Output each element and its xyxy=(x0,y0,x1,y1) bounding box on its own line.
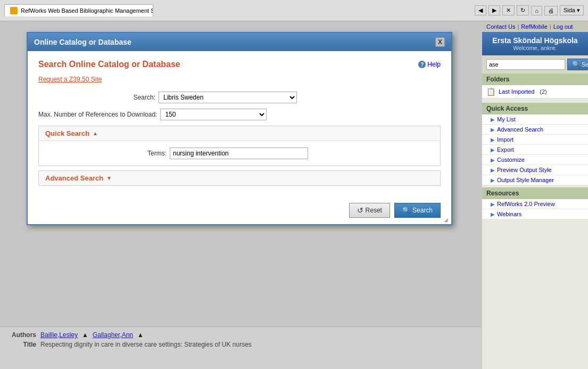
qa-output-style-manager[interactable]: ▶ Output Style Manager xyxy=(482,175,588,185)
browser-stop[interactable]: ✕ xyxy=(502,5,515,15)
terms-row: Terms: xyxy=(49,147,429,159)
quick-search-title: Quick Search xyxy=(45,129,89,137)
browser-print[interactable]: 🖨 xyxy=(544,6,558,15)
sidebar-search-input[interactable] xyxy=(486,59,565,70)
qa-arrow-1: ▶ xyxy=(491,117,495,122)
folders-label: Folders xyxy=(482,73,588,85)
qa-arrow-5: ▶ xyxy=(491,157,495,163)
search-source-row: Search: Libris Sweden PubMed Library of … xyxy=(38,92,441,103)
qa-link-preview-output[interactable]: Preview Output Style xyxy=(497,167,552,173)
qa-link-output-style-manager[interactable]: Output Style Manager xyxy=(497,177,554,183)
request-z3950-link[interactable]: Request a Z39.50 Site xyxy=(38,76,102,83)
qa-customize[interactable]: ▶ Customize xyxy=(482,155,588,165)
qa-export[interactable]: ▶ Export xyxy=(482,145,588,155)
resources-label: Resources xyxy=(482,187,588,199)
terms-label: Terms: xyxy=(49,150,167,157)
content-area: Authors Baillie,Lesley ▲ Gallagher,Ann ▲… xyxy=(0,21,482,369)
nav-contact-us[interactable]: Contact Us xyxy=(486,23,515,30)
help-link[interactable]: ? Help xyxy=(418,61,441,68)
advanced-search-header[interactable]: Advanced Search ▼ xyxy=(39,171,440,185)
res-webinars[interactable]: ▶ Webinars xyxy=(482,209,588,219)
quick-search-body: Terms: xyxy=(39,141,440,166)
qa-arrow-2: ▶ xyxy=(491,127,495,133)
qa-link-export[interactable]: Export xyxy=(497,146,514,153)
browser-tab[interactable]: RefWorks Web Based Bibliographic Managem… xyxy=(4,4,153,17)
qa-my-list[interactable]: ▶ My List xyxy=(482,114,588,125)
modal-header-row: Search Online Catalog or Database ? Help xyxy=(38,60,441,69)
help-link-text: Help xyxy=(427,61,441,68)
res-refworks-preview[interactable]: ▶ RefWorks 2.0 Preview xyxy=(482,199,588,209)
browser-refresh[interactable]: ↻ xyxy=(517,5,529,15)
modal-close-button[interactable]: X xyxy=(435,37,445,47)
browser-sida[interactable]: Sida ▾ xyxy=(560,5,584,15)
tab-title: RefWorks Web Based Bibliographic Managem… xyxy=(21,7,153,14)
browser-back[interactable]: ◀ xyxy=(475,5,486,15)
nav-logout[interactable]: Log out xyxy=(553,23,573,30)
nav-sep-1: | xyxy=(517,23,519,30)
modal-title: Online Catalog or Database xyxy=(34,38,131,46)
qa-link-my-list[interactable]: My List xyxy=(497,116,516,122)
res-link-refworks-preview[interactable]: RefWorks 2.0 Preview xyxy=(497,201,555,207)
search-button[interactable]: 🔍 Search xyxy=(394,203,441,218)
search-icon: 🔍 xyxy=(402,207,410,214)
folder-name: Last Imported xyxy=(499,88,534,95)
sidebar: Contact Us | RefMobile | Log out Ersta S… xyxy=(482,21,588,369)
sidebar-header: Ersta Sköndal Högskola Welcome, ankre. xyxy=(482,32,588,55)
reset-label: Reset xyxy=(366,207,382,214)
sidebar-search-label: Search xyxy=(582,61,588,68)
tab-favicon xyxy=(10,7,18,14)
org-name: Ersta Sköndal Högskola xyxy=(487,36,583,45)
qa-preview-output[interactable]: ▶ Preview Output Style xyxy=(482,165,588,175)
nav-refmobile[interactable]: RefMobile xyxy=(521,23,548,30)
quick-search-section: Quick Search ▲ Terms: xyxy=(38,126,441,166)
modal-main-title: Search Online Catalog or Database xyxy=(38,60,180,69)
qa-arrow-3: ▶ xyxy=(491,137,495,143)
browser-forward[interactable]: ▶ xyxy=(488,5,500,15)
reset-button[interactable]: ↺ Reset xyxy=(349,203,390,218)
res-link-webinars[interactable]: Webinars xyxy=(497,211,521,217)
welcome-text: Welcome, ankre. xyxy=(487,45,583,51)
qa-link-advanced-search[interactable]: Advanced Search xyxy=(497,126,543,133)
max-refs-select[interactable]: 50 100 150 200 500 xyxy=(160,109,267,120)
search-source-label: Search: xyxy=(38,94,155,101)
last-imported-folder[interactable]: 📋 Last Imported (2) xyxy=(482,85,588,99)
qa-advanced-search[interactable]: ▶ Advanced Search xyxy=(482,125,588,135)
browser-controls: ◀ ▶ ✕ ↻ ⌂ 🖨 Sida ▾ xyxy=(475,5,584,15)
top-nav: Contact Us | RefMobile | Log out xyxy=(482,21,588,32)
modal-title-bar: Online Catalog or Database X xyxy=(28,33,451,51)
sidebar-search-bar: 🔍 Search xyxy=(482,55,588,73)
max-refs-row: Max. Number of References to Download: 5… xyxy=(38,109,441,120)
advanced-search-arrow: ▼ xyxy=(106,175,112,181)
reset-icon: ↺ xyxy=(357,206,363,215)
sidebar-search-icon: 🔍 xyxy=(572,61,580,68)
max-refs-label: Max. Number of References to Download: xyxy=(38,111,157,118)
main-container: Authors Baillie,Lesley ▲ Gallagher,Ann ▲… xyxy=(0,21,588,369)
search-label: Search xyxy=(412,207,433,214)
browser-chrome: RefWorks Web Based Bibliographic Managem… xyxy=(0,0,588,21)
advanced-search-title: Advanced Search xyxy=(45,174,103,182)
sidebar-search-button[interactable]: 🔍 Search xyxy=(567,59,588,70)
search-source-select[interactable]: Libris Sweden PubMed Library of Congress xyxy=(159,92,297,103)
browser-home[interactable]: ⌂ xyxy=(531,6,542,15)
qa-import[interactable]: ▶ Import xyxy=(482,135,588,145)
res-arrow-1: ▶ xyxy=(491,201,495,207)
qa-arrow-6: ▶ xyxy=(491,167,495,173)
qa-arrow-7: ▶ xyxy=(491,177,495,183)
qa-arrow-4: ▶ xyxy=(491,147,495,153)
modal-footer: ↺ Reset 🔍 Search xyxy=(28,194,451,224)
quick-access-label: Quick Access xyxy=(482,103,588,114)
res-arrow-2: ▶ xyxy=(491,211,495,217)
folder-count: (2) xyxy=(540,88,546,95)
quick-search-arrow: ▲ xyxy=(93,130,98,136)
nav-sep-2: | xyxy=(550,23,551,30)
qa-link-customize[interactable]: Customize xyxy=(497,157,525,163)
terms-input[interactable] xyxy=(170,147,308,159)
qa-link-import[interactable]: Import xyxy=(497,136,514,143)
help-icon: ? xyxy=(418,61,426,68)
quick-search-header[interactable]: Quick Search ▲ xyxy=(39,126,440,141)
modal-dialog: Online Catalog or Database X Search Onli… xyxy=(27,32,452,225)
modal-body: Search Online Catalog or Database ? Help… xyxy=(28,51,451,194)
folder-icon: 📋 xyxy=(486,87,495,96)
resize-handle[interactable]: ◢ xyxy=(444,217,450,223)
advanced-search-section: Advanced Search ▼ xyxy=(38,170,441,186)
